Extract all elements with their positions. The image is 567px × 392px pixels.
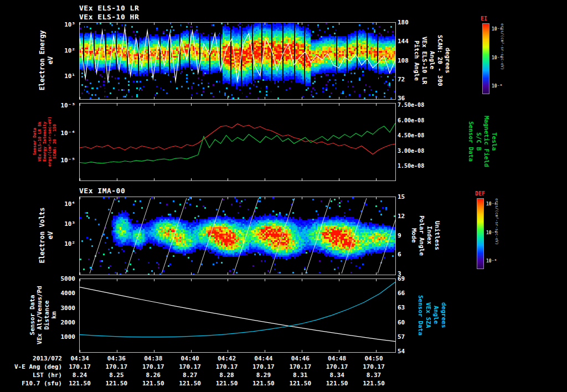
- els-spectrogram-canvas: [80, 23, 395, 99]
- right-tick-label: 180: [398, 19, 409, 26]
- panel1-right-axis-label: Pitch AngleVEx ELS-10 LRAngleSCAN: 20 - …: [413, 22, 451, 99]
- time-tick-label: 04:46: [288, 355, 312, 362]
- time-tick-label: 04:40: [178, 355, 202, 362]
- y-tick-label: 4000: [61, 290, 76, 297]
- axis-label-line: Sensor Data: [416, 278, 424, 352]
- panel3-y-axis-label: Electron VoltseV: [38, 194, 55, 277]
- y-tick-label: 10⁻³: [61, 102, 76, 109]
- lst-value: 8.27: [177, 372, 203, 379]
- ve-ang-value: 170.17: [324, 363, 350, 370]
- ve-ang-value: 170.17: [140, 363, 167, 370]
- f107-value: 121.50: [287, 380, 313, 387]
- y-tick-label: 10⁻⁵: [61, 157, 76, 164]
- panel3-right-axis-label: ModePolar AngleIndexUnitless: [410, 197, 441, 274]
- ve-ang-value: 170.17: [360, 363, 387, 370]
- lst-value-row: 8.248.258.268.278.288.298.318.348.37: [66, 372, 387, 379]
- axis-label-line: Pitch Angle: [413, 22, 420, 99]
- def-colorbar-title: DEF: [475, 190, 485, 197]
- right-tick-label: 60: [398, 319, 405, 326]
- axis-label-line: degrees: [440, 278, 447, 352]
- axis-label-line: Mode: [410, 197, 417, 274]
- lst-value: 8.26: [140, 372, 167, 379]
- right-tick-label: 57: [398, 333, 405, 341]
- panel1-title-line1: VEx ELS-10 LR: [79, 4, 139, 12]
- right-tick-label: 4.50e-08: [398, 132, 424, 138]
- time-tick-label: 04:42: [215, 355, 239, 362]
- axis-label-line: SCAN: 20 - 300: [436, 22, 444, 99]
- right-tick-label: 6: [398, 251, 401, 258]
- cdaweb-plot-screen: VEx ELS-10 LR VEx ELS-10 HR Electron Ene…: [0, 0, 567, 392]
- y-tick-label: 3000: [61, 305, 76, 312]
- right-tick-label: 3.00e-08: [398, 148, 424, 154]
- panel2-right-axis-label: Sensor DataS/C BMagnetic FieldTesla: [467, 103, 498, 180]
- ei-colorbar-title: EI: [481, 16, 487, 22]
- axis-label-line: Distance: [43, 274, 50, 357]
- ima-spectrogram-canvas: [80, 197, 395, 275]
- axis-label-line: S/C B: [475, 103, 482, 180]
- right-tick-label: 66: [398, 290, 405, 297]
- alt-sza-panel: [79, 278, 396, 353]
- axis-label-line: Sensor Data: [32, 100, 37, 183]
- f107-value: 121.50: [103, 380, 130, 387]
- f107-value: 121.50: [324, 380, 350, 387]
- f107-value: 121.50: [140, 380, 167, 387]
- lst-value: 8.28: [214, 372, 240, 379]
- panel1-title-line2: VEx ELS-10 HR: [79, 13, 139, 21]
- axis-label-line: Electron Energy: [38, 19, 47, 102]
- time-tick-label: 04:38: [142, 355, 165, 362]
- panel2-y-ticks: 10⁻³10⁻⁴10⁻⁵: [53, 102, 75, 164]
- axis-label-line: Angle: [428, 22, 436, 99]
- lst-value: 8.34: [324, 372, 350, 379]
- axis-label-line: VEx ELS-10 LR: [420, 22, 428, 99]
- def-colorbar-unit: ergs/(cm²-sr-sec-eV): [494, 198, 499, 269]
- axis-label-line: Sensor Data: [29, 274, 36, 357]
- axis-label-line: Polar Angle: [417, 197, 425, 274]
- f107-value: 121.50: [214, 380, 240, 387]
- axis-label-line: Electron Volts: [38, 194, 47, 277]
- right-tick-label: 69: [398, 275, 405, 282]
- right-tick-label: 144: [398, 38, 409, 45]
- lst-value: 8.29: [250, 372, 277, 379]
- axis-label-line: VEx SZA: [424, 278, 432, 352]
- y-tick-label: 10¹: [64, 73, 75, 80]
- ima-spectrogram-panel: [79, 197, 396, 275]
- right-tick-label: 36: [398, 95, 405, 102]
- panel3-title: VEx IMA-00: [79, 187, 125, 195]
- f107-value: 121.50: [360, 380, 387, 387]
- axis-label-line: degrees: [444, 22, 451, 99]
- axis-label-line: Sensor Data: [467, 103, 475, 180]
- ve-ang-value: 170.17: [103, 363, 130, 370]
- panel1-y-axis-label: Electron EnergyeV: [38, 19, 55, 102]
- ei-colorbar-unit: ergs/(cm²-sr-sec-eV): [500, 23, 504, 94]
- right-tick-label: 12: [398, 213, 405, 220]
- axis-label-line: VEx ELS-10 LR Bk: [37, 100, 42, 183]
- ve-ang-value: 170.17: [66, 363, 93, 370]
- f107-value: 121.50: [250, 380, 277, 387]
- y-tick-label: 10⁻⁴: [61, 130, 76, 137]
- ve-ang-value: 170.17: [287, 363, 313, 370]
- y-tick-label: 10³: [64, 21, 75, 28]
- time-tick-label: 04:50: [362, 355, 385, 362]
- y-tick-label: 10²: [64, 240, 75, 247]
- time-tick-label: 04:48: [326, 355, 349, 362]
- axis-label-line: Index: [425, 197, 433, 274]
- right-tick-label: 108: [398, 57, 409, 64]
- f107-row-label: F10.7 (sfu): [0, 380, 62, 387]
- ve-ang-value: 170.17: [214, 363, 240, 370]
- f107-value: 121.50: [177, 380, 203, 387]
- y-tick-label: 2000: [61, 319, 76, 326]
- y-tick-label: 10⁴: [64, 200, 75, 208]
- time-tick-label: 04:34: [68, 355, 91, 362]
- y-tick-label: 5000: [61, 275, 76, 282]
- right-tick-label: 63: [398, 304, 405, 311]
- right-tick-label: 72: [398, 76, 405, 83]
- time-tick-row: 04:3404:3604:3804:4004:4204:4404:4604:48…: [68, 355, 385, 362]
- panel4-y-ticks: 50004000300020001000: [53, 275, 75, 341]
- ei-colorbar: [482, 23, 489, 94]
- right-tick-label: 54: [398, 348, 405, 355]
- right-tick-label: 15: [398, 193, 405, 200]
- right-tick-label: 6.00e-08: [398, 117, 424, 123]
- ve-ang-row-label: V-E Ang (deg): [0, 363, 62, 370]
- axis-label-line: Angle: [432, 278, 440, 352]
- def-colorbar: [477, 198, 484, 269]
